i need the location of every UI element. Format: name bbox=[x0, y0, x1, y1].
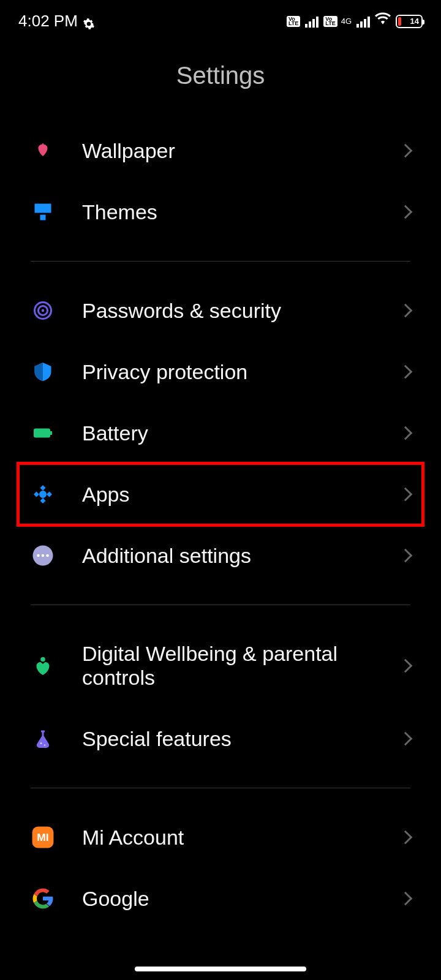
item-label: Apps bbox=[82, 483, 374, 507]
item-label: Battery bbox=[82, 421, 374, 445]
item-label: Wallpaper bbox=[82, 139, 374, 163]
battery-item-icon bbox=[31, 421, 55, 445]
signal-icon-2 bbox=[356, 15, 370, 28]
chevron-right-icon bbox=[399, 144, 413, 158]
divider bbox=[31, 605, 410, 605]
navigation-bar-handle[interactable] bbox=[135, 967, 306, 971]
svg-point-10 bbox=[40, 742, 42, 744]
settings-item-battery[interactable]: Battery bbox=[31, 402, 410, 464]
settings-item-passwords[interactable]: Passwords & security bbox=[31, 280, 410, 341]
shield-icon bbox=[31, 360, 55, 384]
volte-icon-2: VoLTE bbox=[323, 16, 337, 27]
chevron-right-icon bbox=[399, 732, 413, 746]
item-label: Passwords & security bbox=[82, 299, 374, 323]
status-left: 4:02 PM bbox=[18, 12, 95, 31]
item-label: Additional settings bbox=[82, 544, 374, 568]
battery-icon: 14 bbox=[396, 15, 423, 28]
status-bar: 4:02 PM VoLTE VoLTE 4G 14 bbox=[0, 0, 441, 37]
battery-level: 14 bbox=[410, 17, 419, 26]
settings-list: Wallpaper Themes Passwords & security Pr… bbox=[0, 120, 441, 929]
settings-item-wallpaper[interactable]: Wallpaper bbox=[31, 120, 410, 181]
themes-icon bbox=[31, 200, 55, 224]
settings-item-special[interactable]: Special features bbox=[31, 708, 410, 769]
wifi-icon bbox=[375, 11, 391, 31]
chevron-right-icon bbox=[399, 659, 413, 673]
svg-point-2 bbox=[42, 309, 45, 312]
settings-item-additional[interactable]: Additional settings bbox=[31, 525, 410, 586]
page-title: Settings bbox=[0, 37, 441, 120]
fingerprint-icon bbox=[31, 298, 55, 323]
svg-rect-3 bbox=[34, 429, 50, 438]
svg-point-6 bbox=[37, 554, 40, 557]
chevron-right-icon bbox=[399, 488, 413, 502]
chevron-right-icon bbox=[399, 304, 413, 318]
settings-indicator-icon bbox=[83, 15, 95, 28]
mi-icon: MI bbox=[31, 825, 55, 850]
chevron-right-icon bbox=[399, 426, 413, 440]
svg-rect-4 bbox=[50, 431, 52, 435]
network-label: 4G bbox=[341, 18, 352, 24]
status-time: 4:02 PM bbox=[18, 12, 78, 31]
settings-item-wellbeing[interactable]: Digital Wellbeing & parental controls bbox=[31, 624, 410, 708]
wallpaper-icon bbox=[31, 138, 55, 163]
item-label: Privacy protection bbox=[82, 360, 374, 384]
settings-item-apps[interactable]: Apps bbox=[18, 464, 423, 525]
status-right: VoLTE VoLTE 4G 14 bbox=[287, 11, 423, 31]
flask-icon bbox=[31, 726, 55, 751]
item-label: Special features bbox=[82, 727, 374, 751]
signal-icon bbox=[305, 15, 318, 28]
svg-point-9 bbox=[40, 657, 45, 662]
google-icon bbox=[31, 886, 55, 911]
more-icon bbox=[31, 543, 55, 568]
chevron-right-icon bbox=[399, 205, 413, 219]
settings-item-themes[interactable]: Themes bbox=[31, 181, 410, 243]
settings-item-privacy[interactable]: Privacy protection bbox=[31, 341, 410, 402]
volte-icon: VoLTE bbox=[287, 16, 300, 27]
svg-text:MI: MI bbox=[37, 831, 48, 843]
divider bbox=[31, 261, 410, 262]
wellbeing-icon bbox=[31, 654, 55, 678]
item-label: Google bbox=[82, 887, 374, 911]
apps-icon bbox=[31, 482, 55, 507]
chevron-right-icon bbox=[399, 549, 413, 563]
svg-point-8 bbox=[46, 554, 49, 557]
svg-point-7 bbox=[42, 554, 45, 557]
chevron-right-icon bbox=[399, 365, 413, 379]
item-label: Mi Account bbox=[82, 826, 374, 850]
svg-point-11 bbox=[44, 744, 45, 745]
settings-item-google[interactable]: Google bbox=[31, 868, 410, 929]
chevron-right-icon bbox=[399, 831, 413, 845]
item-label: Themes bbox=[82, 200, 374, 224]
settings-item-miaccount[interactable]: MI Mi Account bbox=[31, 807, 410, 868]
divider bbox=[31, 788, 410, 788]
chevron-right-icon bbox=[399, 892, 413, 906]
item-label: Digital Wellbeing & parental controls bbox=[82, 642, 374, 690]
